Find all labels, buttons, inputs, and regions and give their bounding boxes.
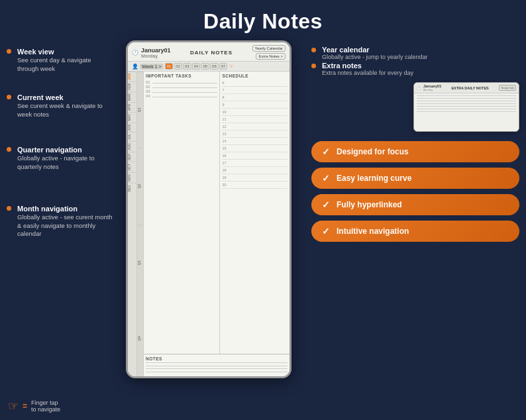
note-line-2 — [146, 366, 288, 366]
month-mar[interactable]: MAR — [128, 91, 136, 102]
dot-quarter-nav — [7, 147, 11, 152]
task-row-3: 03 — [146, 89, 217, 93]
month-jan[interactable]: JAN — [128, 72, 136, 81]
current-week-title: Current week — [17, 93, 113, 102]
task-row-2: 02 — [146, 85, 217, 89]
week-day-5[interactable]: 05 — [201, 63, 209, 70]
extra-notes-device: 🕐 January01 Monday EXTRA DAILY NOTES Yea… — [413, 82, 519, 132]
schedule-7: 7 — [222, 87, 288, 94]
extra-notes-annotation: Extra notes Extra notes available for ev… — [311, 62, 413, 78]
extra-line-1 — [417, 95, 516, 96]
schedule-10: 10 — [222, 109, 288, 116]
feature-label-4: Intuitive navigation — [337, 227, 409, 236]
page-title: Daily Notes — [0, 0, 526, 40]
extra-device-header: 🕐 January01 Monday EXTRA DAILY NOTES Yea… — [414, 83, 519, 93]
q1-label[interactable]: Q1 — [137, 72, 143, 148]
month-oct[interactable]: OCT — [128, 162, 136, 172]
schedule-header: SCHEDULE — [222, 74, 288, 78]
dot-current-week — [7, 95, 11, 99]
schedule-15: 15 — [222, 146, 288, 152]
feature-badge-2: ✓ Easy learning curve — [311, 168, 519, 189]
finger-tap-icon: ☞ — [229, 63, 234, 70]
month-apr[interactable]: APR — [128, 102, 136, 112]
device-area: 🕐 January01 Monday DAILY NOTES Yearly Ca… — [113, 40, 305, 378]
schedule-11: 11 — [222, 117, 288, 123]
clock-icon: 🕐 — [132, 50, 138, 56]
device-inner: 🕐 January01 Monday DAILY NOTES Yearly Ca… — [128, 42, 289, 376]
q4-label[interactable]: Q4 — [137, 301, 143, 376]
extra-notes-button[interactable]: Extra Notes > — [256, 53, 286, 60]
notes-header: NOTES — [146, 356, 288, 361]
check-icon-3: ✓ — [322, 199, 330, 210]
annotation-month-nav: Month navigation Globally active - see c… — [7, 204, 113, 238]
footer-equals: = — [23, 401, 27, 411]
dot-week-view — [7, 49, 11, 54]
feature-badge-3: ✓ Fully hyperlinked — [311, 194, 519, 215]
device-header-left: 🕐 January01 Monday — [132, 47, 171, 58]
extra-line-6 — [417, 109, 516, 109]
task-row-4: 04 — [146, 94, 217, 98]
month-jul[interactable]: JUL — [128, 132, 136, 141]
extra-notes-title: Extra notes — [322, 62, 413, 70]
schedule-12: 12 — [222, 124, 288, 131]
month-nav-title: Month navigation — [17, 204, 113, 213]
main-layout: Week view See curent day & navigate thro… — [0, 40, 526, 378]
annotation-quarter-nav: Quarter navigation Globally active - nav… — [7, 145, 113, 171]
extra-line-5 — [417, 106, 516, 107]
schedule-column: SCHEDULE 6 7 8 9 10 11 12 13 14 15 — [220, 72, 289, 354]
device-date: January01 — [141, 47, 171, 54]
task-num-3: 03 — [146, 89, 151, 93]
schedule-16: 16 — [222, 153, 288, 160]
task-num-4: 04 — [146, 94, 151, 98]
week-label[interactable]: Week 1 > — [140, 64, 164, 70]
month-jun[interactable]: JUN — [128, 123, 136, 132]
check-icon-2: ✓ — [322, 173, 330, 184]
task-row-1: 01 — [146, 80, 217, 84]
extra-line-2 — [417, 98, 516, 99]
month-nov[interactable]: NOV — [128, 172, 136, 183]
note-line-3 — [146, 368, 288, 369]
week-day-6[interactable]: 06 — [210, 63, 219, 70]
bottom-footer: ☞ = Finger tapto navigate — [8, 399, 60, 413]
quarter-strip: Q1 Q2 Q3 Q4 — [137, 72, 144, 376]
device-body: JAN FEB MAR APR MAY JUN JUL AUG SEP OCT … — [128, 72, 289, 376]
schedule-6: 6 — [222, 80, 288, 87]
daily-notes-label: DAILY NOTES — [190, 50, 233, 56]
feature-badges: ✓ Designed for focus ✓ Easy learning cur… — [311, 141, 519, 242]
q2-label[interactable]: Q2 — [137, 148, 143, 224]
week-day-4[interactable]: 04 — [192, 63, 201, 70]
schedule-19: 19 — [222, 175, 288, 182]
schedule-13: 13 — [222, 131, 288, 138]
month-feb[interactable]: FEB — [128, 81, 136, 91]
week-day-2[interactable]: 02 — [174, 63, 182, 70]
month-aug[interactable]: AUG — [128, 141, 136, 152]
check-icon-1: ✓ — [322, 146, 330, 157]
year-calendar-desc: Globally active - jump to yearly calenda… — [322, 54, 428, 62]
device-frame: 🕐 January01 Monday DAILY NOTES Yearly Ca… — [126, 40, 291, 378]
schedule-14: 14 — [222, 138, 288, 145]
task-num-1: 01 — [146, 80, 151, 84]
week-day-3[interactable]: 03 — [183, 63, 191, 70]
month-sep[interactable]: SEP — [128, 152, 136, 162]
tasks-header: IMPORTANT TASKS — [146, 74, 217, 78]
top-content: IMPORTANT TASKS 01 02 0 — [144, 72, 289, 354]
month-may[interactable]: MAY — [128, 112, 136, 122]
extra-line-4 — [417, 103, 516, 104]
feature-label-3: Fully hyperlinked — [337, 200, 402, 209]
week-day-7[interactable]: 07 — [219, 63, 228, 70]
extra-device-body — [414, 93, 519, 116]
right-annotations-top: Year calendar Globally active - jump to … — [311, 40, 519, 62]
note-line-4 — [146, 372, 288, 372]
content-area: IMPORTANT TASKS 01 02 0 — [144, 72, 289, 376]
week-day-1[interactable]: 01 — [165, 63, 174, 70]
footer-text: Finger tapto navigate — [31, 399, 60, 413]
annotation-current-week: Current week See curent week & navigate … — [7, 93, 113, 119]
year-calendar-title: Year calendar — [322, 46, 428, 54]
quarter-nav-title: Quarter navigation — [17, 145, 113, 154]
notes-section: NOTES — [144, 354, 289, 376]
q3-label[interactable]: Q3 — [137, 225, 143, 301]
month-dec[interactable]: DEC — [128, 183, 136, 193]
current-week-desc: See curent week & navigate to week notes — [17, 102, 113, 119]
yearly-calendar-button[interactable]: Yearly Calendar — [252, 45, 286, 52]
note-line-1 — [146, 362, 288, 363]
